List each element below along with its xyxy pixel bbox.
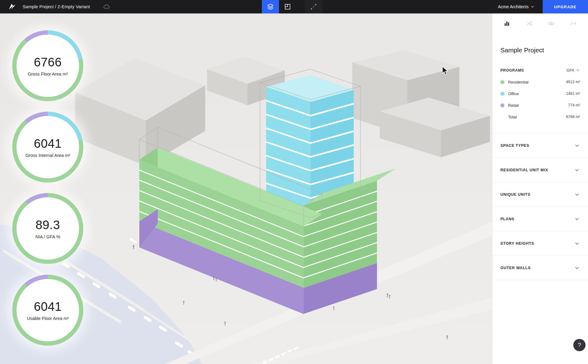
- program-value: 1481 m²: [566, 91, 580, 96]
- chevron-down-icon: [574, 216, 580, 222]
- layers-3d-icon: [267, 3, 274, 10]
- program-row-total: Total 6766 m²: [500, 111, 580, 123]
- gauge-value: 89.3: [36, 218, 60, 232]
- total-label: Total: [508, 115, 566, 119]
- unit-selector-value: GFA: [567, 68, 574, 72]
- project-title: Sample Project: [492, 32, 588, 54]
- bar-chart-icon: [503, 20, 510, 27]
- program-name: Retail: [508, 103, 568, 108]
- dotted-line-icon: [310, 3, 318, 11]
- section-plans[interactable]: PLANS: [492, 206, 588, 231]
- program-row-office: Office 1481 m²: [500, 88, 580, 99]
- floor-plan-icon: [284, 3, 291, 10]
- total-value: 6766 m²: [566, 115, 580, 119]
- view-plan-button[interactable]: [279, 0, 296, 13]
- gauge-value: 6041: [34, 300, 62, 314]
- gauge-label: NIA / GFA %: [36, 234, 60, 239]
- compare-tab[interactable]: [526, 20, 533, 27]
- visibility-tab[interactable]: [548, 20, 555, 27]
- program-name: Residential: [508, 80, 566, 84]
- programs-heading: PROGRAMS: [500, 68, 524, 72]
- residential-color-dot: [500, 80, 504, 84]
- view-3d-button[interactable]: [262, 0, 279, 13]
- eye-icon: [548, 20, 555, 27]
- gauge-label: Gross Floor Area m²: [28, 72, 68, 76]
- inspector-panel: Sample Project PROGRAMS GFA Residential …: [492, 13, 588, 364]
- gauge-label: Gross Internal Area m²: [25, 153, 70, 158]
- chevron-down-icon: [574, 143, 580, 149]
- gauge-value: 6766: [34, 55, 62, 69]
- gauge-gross-floor-area: 6766 Gross Floor Area m²: [12, 30, 83, 101]
- top-bar: Sample Project / 2-Empty Variant Acme Ar…: [0, 0, 588, 13]
- chevron-down-icon: [574, 167, 580, 173]
- org-menu[interactable]: Acme Architects: [498, 4, 535, 9]
- section-line-tool-button[interactable]: [305, 0, 322, 13]
- chevron-down-icon: [574, 191, 580, 198]
- breadcrumb[interactable]: Sample Project / 2-Empty Variant: [23, 4, 90, 9]
- program-value: 774 m²: [568, 103, 580, 107]
- office-color-dot: [500, 92, 504, 96]
- program-name: Office: [508, 91, 566, 96]
- program-row-retail: Retail 774 m²: [500, 99, 580, 111]
- mouse-cursor: [442, 66, 449, 75]
- programs-block: PROGRAMS GFA Residential 4512 m² Office …: [492, 54, 588, 133]
- statistics-tab[interactable]: [503, 20, 510, 27]
- chevron-down-icon: [530, 5, 535, 9]
- section-space-types[interactable]: SPACE TYPES: [492, 133, 588, 158]
- retail-color-dot: [500, 103, 504, 107]
- export-tab[interactable]: [570, 20, 577, 27]
- program-row-residential: Residential 4512 m²: [500, 76, 580, 88]
- section-residential-unit-mix[interactable]: RESIDENTIAL UNIT MIX: [492, 158, 588, 182]
- chevron-down-icon: [575, 68, 580, 72]
- export-arrow-icon: [570, 20, 577, 27]
- compare-arrows-icon: [526, 20, 533, 27]
- upgrade-button[interactable]: UPGRADE: [543, 0, 588, 13]
- scene-3d-view[interactable]: 6766 Gross Floor Area m² 6041 Gross Inte…: [0, 13, 492, 364]
- cloud-sync-icon[interactable]: [103, 3, 110, 10]
- chevron-down-icon: [574, 265, 580, 271]
- gauge-value: 6041: [34, 137, 62, 150]
- section-story-heights[interactable]: STORY HEIGHTS: [492, 231, 588, 255]
- topbar-right: Acme Architects UPGRADE: [498, 0, 588, 13]
- org-name: Acme Architects: [498, 4, 529, 9]
- app-logo-icon[interactable]: [8, 3, 16, 11]
- section-unique-units[interactable]: UNIQUE UNITS: [492, 182, 588, 206]
- section-outer-walls[interactable]: OUTER WALLS: [492, 255, 588, 280]
- unit-selector[interactable]: GFA: [567, 68, 580, 72]
- panel-tab-bar: [492, 13, 588, 32]
- program-value: 4512 m²: [566, 80, 580, 84]
- gauge-label: Usable Floor Area m²: [27, 316, 69, 321]
- gauge-usable-floor-area: 6041 Usable Floor Area m²: [12, 275, 83, 346]
- help-button[interactable]: ?: [573, 339, 586, 351]
- gauge-gross-internal-area: 6041 Gross Internal Area m²: [12, 112, 83, 183]
- chevron-down-icon: [574, 240, 580, 247]
- gauge-nia-gfa: 89.3 NIA / GFA %: [12, 193, 83, 264]
- view-toolbar: [262, 0, 322, 13]
